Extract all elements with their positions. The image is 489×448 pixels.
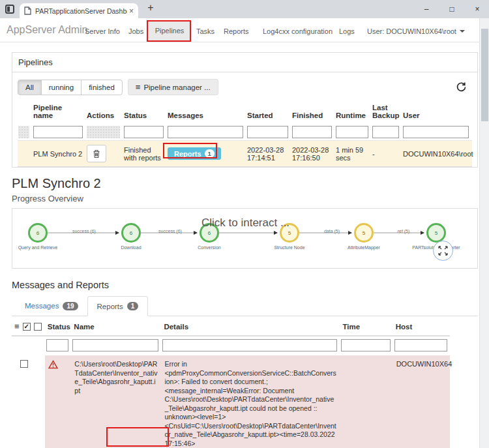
node-label: Download [102,245,160,250]
col-actions: Actions [86,101,123,124]
page-scrollbar[interactable] [479,18,489,448]
reports-table: ≡ ✓ Status Name Details Time Host [12,318,450,448]
tab-messages[interactable]: Messages 19 [16,296,87,316]
nav-item-logs[interactable]: Logs [339,27,355,35]
col-last-backup: Last Backup [372,101,402,124]
page-title: PLM Synchro 2 [12,176,478,191]
col-messages: Messages [167,101,246,124]
filter-last-backup-input[interactable] [372,126,399,138]
nav-item-tasks[interactable]: Tasks [196,27,215,35]
filter-report-time-input[interactable] [341,339,390,351]
edge-label: success (6) [158,229,182,233]
pipeline-name-cell: PLM Synchro 2 [33,141,86,167]
nav-item-pipelines-label: Pipelines [155,27,185,35]
col-started: Started [246,101,291,124]
filter-actions-disabled [87,126,120,138]
pipeline-row[interactable]: PLM Synchro 2 Finished with reports Repo… [18,141,472,167]
nav-item-server-info[interactable]: Server Info [85,27,120,35]
filter-all-button[interactable]: All [18,80,42,95]
deselect-all-checkbox[interactable] [34,323,42,331]
refresh-button[interactable] [456,82,467,93]
browser-window: PARTapplicationServer Dashboar × + – □ ×… [0,0,489,448]
node-partsolutions-exporter[interactable]: 5 [426,223,446,243]
filter-running-button[interactable]: running [41,80,82,95]
node-attributemapper[interactable]: 5 [354,223,374,243]
user-menu-label: User: DOCUWIN10X64\root [367,27,456,35]
filter-messages-input[interactable] [168,126,243,138]
row-checkbox[interactable] [20,360,28,368]
filter-report-status-input[interactable] [46,339,69,351]
progress-overview-label: Progress Overview [12,194,478,203]
pipeline-started-cell: 2022-03-28 17:14:51 [246,141,291,167]
filter-pipeline-name-input[interactable] [33,126,83,138]
filter-status-input[interactable] [124,126,164,138]
pipeline-manager-button[interactable]: ≡ Pipeline manager ... [128,79,218,95]
messages-reports-tabs: Messages 19 Reports 1 [12,296,478,316]
browser-tab[interactable]: PARTapplicationServer Dashboar × [20,3,138,18]
pipelines-panel-title: Pipelines [12,53,477,72]
node-label: AttributeMapper [334,245,393,250]
filter-report-host-input[interactable] [394,339,447,351]
col-status: Status [123,101,167,124]
maximize-icon[interactable]: □ [448,5,456,14]
edge-label: ref (5) [398,229,410,233]
report-row[interactable]: C:\Users\root\Desktop\PARTdataCenter\Inv… [12,355,450,448]
tab-reports[interactable]: Reports 1 [87,296,149,316]
col-report-details: Details [161,318,340,336]
filter-select-disabled [18,126,29,138]
fullscreen-button[interactable] [433,241,453,261]
select-all-checkbox[interactable]: ✓ [23,323,31,331]
filter-finished-button[interactable]: finished [81,80,123,95]
report-host-cell: DOCUWIN10X64 [393,355,450,448]
row-reports-label: Reports [174,150,201,158]
nav-item-jobs[interactable]: Jobs [128,27,143,35]
node-count: 6 [208,230,211,236]
warning-icon [48,360,58,369]
row-reports-button[interactable]: Reports 1 [168,147,221,160]
col-pipeline-name: Pipeline name [33,101,86,124]
filter-report-details-input[interactable] [162,339,337,351]
tab-overview-icon[interactable] [5,5,14,14]
pipeline-last-backup-cell: - [372,141,402,167]
pipeline-finished-cell: 2022-03-28 17:16:50 [291,141,335,167]
node-count: 5 [363,230,365,236]
pipeline-runtime-cell: 1 min 59 secs [335,141,372,167]
filter-started-input[interactable] [247,126,288,138]
col-report-host: Host [393,318,450,336]
pipeline-status-cell: Finished with reports [123,141,167,167]
chevron-down-icon [460,30,465,33]
nav-item-reports[interactable]: Reports [224,27,249,35]
new-tab-button[interactable]: + [144,2,157,14]
node-download[interactable]: 6 [121,223,141,243]
pipeline-filter-group: All running finished [18,80,123,95]
filter-finished-input[interactable] [292,126,332,138]
minimize-icon[interactable]: – [422,5,430,14]
node-label: Query and Retrieve [8,245,67,250]
tab-title: PARTapplicationServer Dashboar [35,7,127,15]
node-label: Conversion [180,245,239,250]
filter-user-input[interactable] [403,126,469,138]
col-runtime: Runtime [335,101,372,124]
report-time-cell [340,355,393,448]
page-content: Pipelines All running finished ≡ Pipelin… [12,42,478,448]
header-spacer [18,101,33,124]
browser-titlebar: PARTapplicationServer Dashboar × + – □ × [0,0,489,18]
scrollbar-thumb[interactable] [481,29,488,121]
pipeline-diagram[interactable]: 6 6 6 5 5 5 Query and Retrieve Download … [12,208,478,269]
close-tab-icon[interactable]: × [129,7,134,16]
col-finished: Finished [291,101,335,124]
messages-count-badge: 19 [63,302,78,310]
row-menu-icon[interactable]: ≡ [14,322,20,331]
expand-icon [438,246,448,256]
node-query-and-retrieve[interactable]: 6 [28,223,48,243]
delete-pipeline-button[interactable] [87,145,106,162]
nav-item-pipelines[interactable]: Pipelines [148,20,191,40]
row-reports-count-badge: 1 [205,149,215,158]
close-icon[interactable]: × [473,5,481,14]
filter-runtime-input[interactable] [336,126,368,138]
user-menu[interactable]: User: DOCUWIN10X64\root [367,27,465,35]
page-icon [24,7,31,15]
pipelines-panel: Pipelines All running finished ≡ Pipelin… [12,52,478,168]
nav-item-log4cxx[interactable]: Log4cxx configuration [263,27,333,35]
filter-report-name-input[interactable] [72,339,158,351]
